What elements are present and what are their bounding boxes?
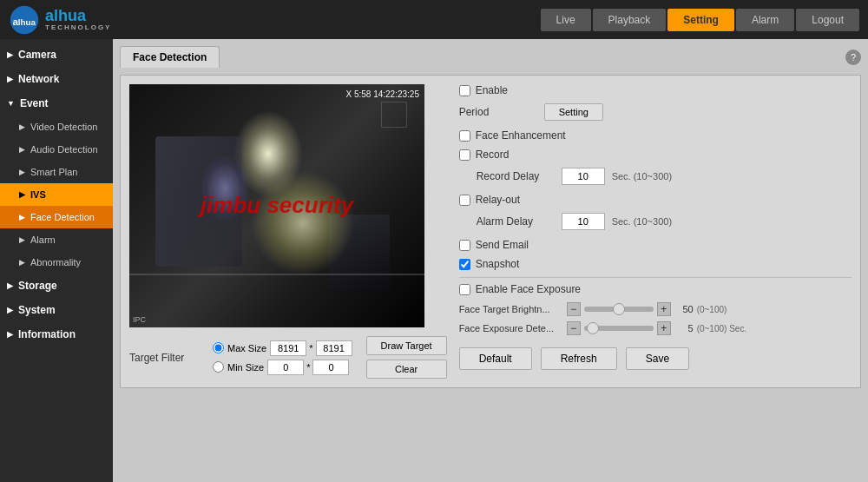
min-size-radio[interactable] (213, 361, 224, 373)
relay-out-checkbox[interactable] (459, 195, 470, 206)
face-enhance-label: Face Enhancement (476, 129, 566, 142)
arrow-system: ▶ (7, 306, 13, 314)
sidebar-item-camera[interactable]: ▶ Camera (0, 43, 113, 67)
page-tab-face-detection[interactable]: Face Detection (120, 46, 220, 68)
face-brightness-label: Face Target Brightn... (459, 304, 563, 314)
sidebar-item-alarm[interactable]: ▶ Alarm (0, 228, 113, 251)
alarm-delay-row: Alarm Delay Sec. (10~300) (477, 213, 852, 230)
sidebar: ▶ Camera ▶ Network ▼ Event ▶ Video Detec… (0, 39, 113, 482)
alarm-delay-label: Alarm Delay (477, 215, 555, 228)
arrow-sp: ▶ (19, 168, 25, 176)
enable-label: Enable (476, 84, 508, 96)
max-size-inputs: * (270, 340, 352, 356)
face-exposure-thumb[interactable] (587, 322, 599, 334)
size-radio-group: Max Size * Min Size (213, 340, 352, 375)
min-width-input[interactable] (267, 360, 304, 375)
save-button[interactable]: Save (626, 347, 689, 370)
sidebar-item-audio-detection[interactable]: ▶ Audio Detection (0, 138, 113, 161)
settings-panel: Enable Period Setting Face Enhancement R… (459, 84, 852, 379)
target-btn-panel: Draw Target Clear (366, 336, 447, 379)
send-email-label: Send Email (476, 239, 529, 251)
refresh-button[interactable]: Refresh (541, 347, 617, 370)
face-exposure-value: 5 (674, 323, 694, 333)
layout: ▶ Camera ▶ Network ▼ Event ▶ Video Detec… (0, 39, 868, 482)
snapshot-checkbox[interactable] (459, 259, 470, 270)
face-exposure-label: Face Exposure Dete... (459, 323, 563, 333)
face-enhance-checkbox[interactable] (459, 130, 470, 142)
sidebar-item-abnormality[interactable]: ▶ Abnormality (0, 251, 113, 274)
face-brightness-track[interactable] (584, 307, 654, 312)
alarm-delay-input[interactable] (562, 213, 605, 230)
enable-checkbox[interactable] (459, 85, 470, 96)
arrow-alarm: ▶ (19, 235, 25, 244)
watermark: jimbu security (201, 192, 353, 219)
video-timestamp: X 5:58 14:22:23:25 (345, 89, 419, 99)
record-checkbox[interactable] (459, 149, 470, 161)
sidebar-item-smart-plan[interactable]: ▶ Smart Plan (0, 161, 113, 183)
face-exposure-range: (0~100) Sec. (697, 324, 747, 333)
record-row: Record (459, 149, 852, 161)
arrow-ad: ▶ (19, 145, 25, 154)
max-size-radio[interactable] (213, 342, 224, 353)
sidebar-item-storage[interactable]: ▶ Storage (0, 274, 113, 298)
arrow-ivs: ▶ (19, 190, 25, 199)
face-exposure-track[interactable] (584, 326, 654, 331)
min-size-inputs: * (267, 360, 349, 375)
ceiling-light (251, 171, 355, 275)
sidebar-item-information[interactable]: ▶ Information (0, 322, 113, 347)
arrow-abn: ▶ (19, 258, 25, 267)
face-exposure-plus[interactable]: + (657, 321, 671, 335)
enable-face-exposure-checkbox[interactable] (459, 284, 470, 295)
corner-detail (381, 102, 407, 128)
face-brightness-plus[interactable]: + (657, 302, 671, 316)
enable-face-exposure-row: Enable Face Exposure (459, 283, 852, 295)
face-exposure-row: Face Exposure Dete... − + 5 (0~100) Sec. (459, 321, 852, 335)
record-delay-unit: Sec. (10~300) (612, 171, 672, 182)
sidebar-item-network[interactable]: ▶ Network (0, 67, 113, 91)
face-exposure-minus[interactable]: − (567, 321, 581, 335)
tab-logout[interactable]: Logout (796, 9, 859, 31)
max-height-input[interactable] (316, 340, 352, 356)
target-filter-label: Target Filter (129, 352, 207, 364)
draw-target-button[interactable]: Draw Target (366, 336, 447, 355)
tab-header: Face Detection ? (120, 46, 861, 68)
divider (459, 277, 852, 278)
face-brightness-value: 50 (674, 304, 694, 314)
svg-text:lhua: lhua (18, 17, 36, 27)
send-email-row: Send Email (459, 239, 852, 251)
sidebar-item-face-detection[interactable]: ▶ Face Detection (0, 206, 113, 228)
face-enhance-row: Face Enhancement (459, 129, 852, 142)
snapshot-row: Snapshot (459, 258, 852, 270)
min-height-input[interactable] (312, 360, 349, 375)
face-brightness-thumb[interactable] (613, 303, 625, 315)
arrow-vd: ▶ (19, 122, 25, 131)
tab-alarm[interactable]: Alarm (736, 9, 794, 31)
sidebar-item-video-detection[interactable]: ▶ Video Detection (0, 116, 113, 138)
video-scene: X 5:58 14:22:23:25 jimbu security IPC (129, 84, 424, 327)
help-icon[interactable]: ? (845, 50, 861, 65)
record-delay-input[interactable] (562, 168, 605, 185)
period-setting-button[interactable]: Setting (544, 103, 603, 121)
sidebar-item-system[interactable]: ▶ System (0, 298, 113, 322)
tab-setting[interactable]: Setting (667, 9, 734, 31)
size-sep-1: * (309, 343, 312, 353)
sidebar-item-ivs[interactable]: ▶ IVS (0, 183, 113, 206)
period-label: Period (459, 106, 537, 118)
main-content: Face Detection ? X 5:58 14: (113, 39, 868, 482)
enable-face-exposure-label: Enable Face Exposure (476, 283, 581, 295)
face-brightness-minus[interactable]: − (567, 302, 581, 316)
default-button[interactable]: Default (459, 347, 532, 370)
floor-line (129, 274, 424, 275)
arrow-fd: ▶ (19, 213, 25, 221)
snapshot-label: Snapshot (476, 258, 520, 270)
face-brightness-row: Face Target Brightn... − + 50 (0~100) (459, 302, 852, 316)
send-email-checkbox[interactable] (459, 240, 470, 251)
clear-button[interactable]: Clear (366, 360, 447, 379)
logo: a lhua alhua TECHNOLOGY (9, 4, 111, 36)
max-width-input[interactable] (270, 340, 306, 356)
record-delay-label: Record Delay (477, 170, 555, 182)
tab-playback[interactable]: Playback (593, 9, 667, 31)
tab-live[interactable]: Live (541, 9, 591, 31)
sidebar-item-event[interactable]: ▼ Event (0, 91, 113, 116)
face-brightness-range: (0~100) (697, 305, 727, 314)
